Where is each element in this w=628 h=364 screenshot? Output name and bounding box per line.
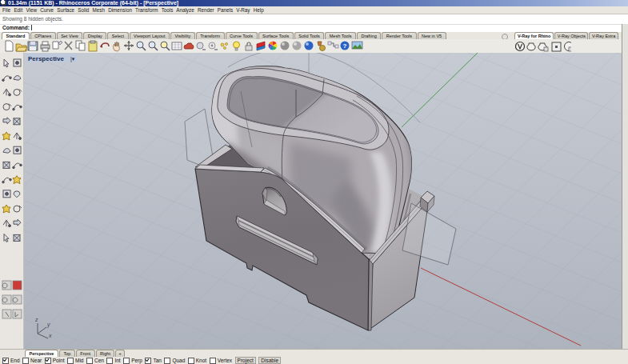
svg-text:z: z <box>34 317 38 322</box>
svg-text:?: ? <box>343 42 347 50</box>
svg-text:y: y <box>46 322 50 328</box>
svg-text:x: x <box>48 333 52 338</box>
svg-text:|▾: |▾ <box>70 56 75 62</box>
svg-text:Perspective: Perspective <box>28 55 64 62</box>
